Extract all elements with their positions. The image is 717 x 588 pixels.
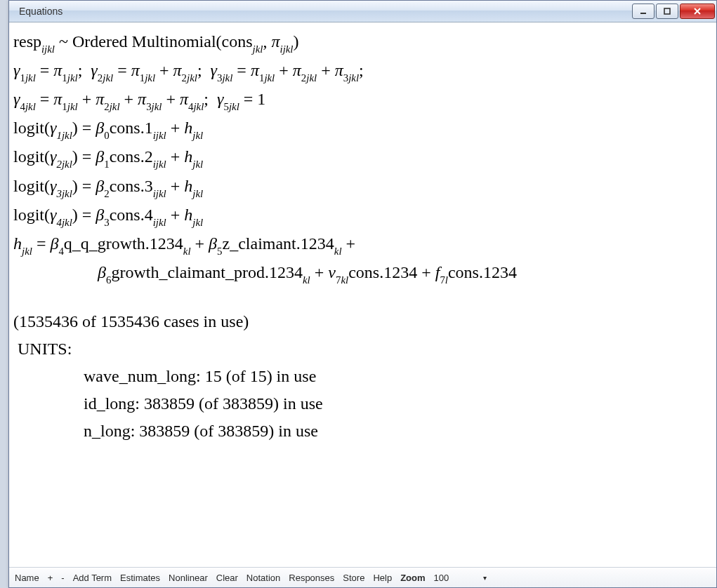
si: jkl bbox=[25, 72, 36, 83]
s: 3jkl bbox=[217, 72, 232, 83]
txt: , bbox=[263, 32, 271, 51]
close-icon bbox=[692, 7, 702, 15]
nonlinear-button[interactable]: Nonlinear bbox=[169, 573, 208, 583]
eq-line-7: logit(γ4jkl) = β3cons.4ijkl + hjkl bbox=[13, 202, 712, 229]
s: 3jkl bbox=[56, 188, 72, 199]
units-header: UNITS: bbox=[13, 336, 712, 361]
clear-button[interactable]: Clear bbox=[216, 573, 238, 583]
help-button[interactable]: Help bbox=[373, 573, 392, 583]
t: ) bbox=[72, 147, 78, 166]
t: logit( bbox=[13, 206, 50, 224]
s: jkl bbox=[22, 246, 32, 257]
b: β bbox=[96, 119, 104, 137]
t: logit( bbox=[13, 147, 50, 166]
minimize-button[interactable] bbox=[632, 4, 654, 19]
si: jkl bbox=[67, 101, 78, 112]
t: = bbox=[78, 147, 96, 166]
si: jkl bbox=[110, 101, 120, 112]
s: 2jkl bbox=[182, 72, 197, 83]
plus-button[interactable]: + bbox=[48, 573, 53, 583]
h: h bbox=[184, 177, 192, 195]
titlebar[interactable]: Equations bbox=[9, 1, 716, 22]
txt: resp bbox=[13, 32, 41, 51]
si: jkl bbox=[25, 101, 36, 112]
units-line-3: n_long: 383859 (of 383859) in use bbox=[84, 418, 712, 443]
store-button[interactable]: Store bbox=[343, 573, 364, 583]
t: + bbox=[166, 147, 185, 166]
t: = bbox=[78, 119, 96, 137]
s: ijkl bbox=[153, 159, 166, 170]
eq-line-9: β6growth_claimant_prod.1234kl + v7klcons… bbox=[13, 260, 712, 286]
t: = bbox=[78, 177, 96, 195]
s: 4jkl bbox=[56, 217, 72, 228]
t: + bbox=[166, 119, 185, 137]
s: 1jkl bbox=[62, 72, 77, 83]
sub: ijkl bbox=[280, 44, 294, 55]
si: 4jkl bbox=[56, 217, 72, 228]
s: 7kl bbox=[336, 274, 348, 286]
t: cons.3 bbox=[110, 177, 153, 195]
t: + bbox=[166, 206, 185, 224]
s: 7l bbox=[440, 274, 448, 286]
t: z_claimant.1234 bbox=[223, 234, 334, 253]
g: γ bbox=[91, 61, 97, 79]
maximize-icon bbox=[663, 7, 671, 15]
minus-button[interactable]: - bbox=[61, 573, 64, 583]
s: 3jkl bbox=[343, 72, 359, 83]
s: ijkl bbox=[153, 188, 166, 199]
s: 2jkl bbox=[98, 72, 113, 83]
txt: ) bbox=[294, 32, 299, 51]
s: 1jkl bbox=[140, 72, 155, 83]
s: jkl bbox=[192, 130, 203, 141]
si: jkl bbox=[348, 72, 359, 83]
si: jkl bbox=[145, 72, 155, 83]
s: 2jkl bbox=[301, 72, 317, 83]
p: π bbox=[173, 61, 182, 79]
s: kl bbox=[183, 246, 191, 257]
p: π bbox=[131, 61, 140, 79]
t: cons.1234 bbox=[448, 263, 517, 281]
s: 4jkl bbox=[188, 101, 204, 112]
eq-line-1: respijkl ~ Ordered Multinomial(consjkl, … bbox=[13, 29, 712, 55]
s: ijkl bbox=[153, 217, 166, 228]
t: cons.2 bbox=[110, 147, 153, 166]
s: kl bbox=[334, 246, 342, 257]
s: 2jkl bbox=[56, 159, 72, 170]
s: 1jkl bbox=[62, 101, 77, 112]
si: jkl bbox=[103, 72, 113, 83]
s: 4jkl bbox=[20, 101, 35, 112]
maximize-button[interactable] bbox=[656, 4, 678, 19]
cases-line: (1535436 of 1535436 cases in use) bbox=[13, 309, 712, 334]
minimize-icon bbox=[639, 7, 647, 15]
close-button[interactable] bbox=[680, 4, 715, 19]
eq-line-2: γ1jkl = π1jkl; γ2jkl = π1jkl + π2jkl; γ3… bbox=[13, 58, 712, 84]
s: jkl bbox=[192, 217, 203, 228]
s: 5jkl bbox=[223, 101, 239, 112]
t: cons.1234 bbox=[348, 263, 417, 281]
s: ijkl bbox=[153, 130, 166, 141]
s: jkl bbox=[192, 159, 203, 170]
units-line-2: id_long: 383859 (of 383859) in use bbox=[84, 391, 712, 416]
eq-line-5: logit(γ2jkl) = β1cons.2ijkl + hjkl bbox=[13, 144, 712, 171]
zoom-dropdown-icon[interactable]: ▾ bbox=[483, 574, 487, 582]
eq-line-8: hjkl = β4q_q_growth.1234kl + β5z_claiman… bbox=[13, 231, 712, 258]
zoom-label[interactable]: Zoom bbox=[400, 573, 425, 583]
t: cons.4 bbox=[110, 206, 153, 224]
notation-button[interactable]: Notation bbox=[246, 573, 280, 583]
svg-rect-1 bbox=[664, 8, 670, 14]
si: jkl bbox=[152, 101, 162, 112]
sub: ijkl bbox=[41, 44, 55, 55]
estimates-button[interactable]: Estimates bbox=[120, 573, 160, 583]
eq-line-4: logit(γ1jkl) = β0cons.1ijkl + hjkl bbox=[13, 115, 712, 142]
h: h bbox=[184, 147, 192, 166]
name-button[interactable]: Name bbox=[15, 573, 39, 583]
t: + bbox=[191, 234, 209, 253]
s: 1jkl bbox=[259, 72, 275, 83]
zoom-value[interactable]: 100 bbox=[434, 573, 472, 583]
p: π bbox=[251, 61, 259, 79]
responses-button[interactable]: Responses bbox=[289, 573, 334, 583]
s: 5 bbox=[217, 246, 222, 257]
s: kl bbox=[303, 274, 310, 286]
b: β bbox=[98, 263, 106, 281]
add-term-button[interactable]: Add Term bbox=[73, 573, 112, 583]
